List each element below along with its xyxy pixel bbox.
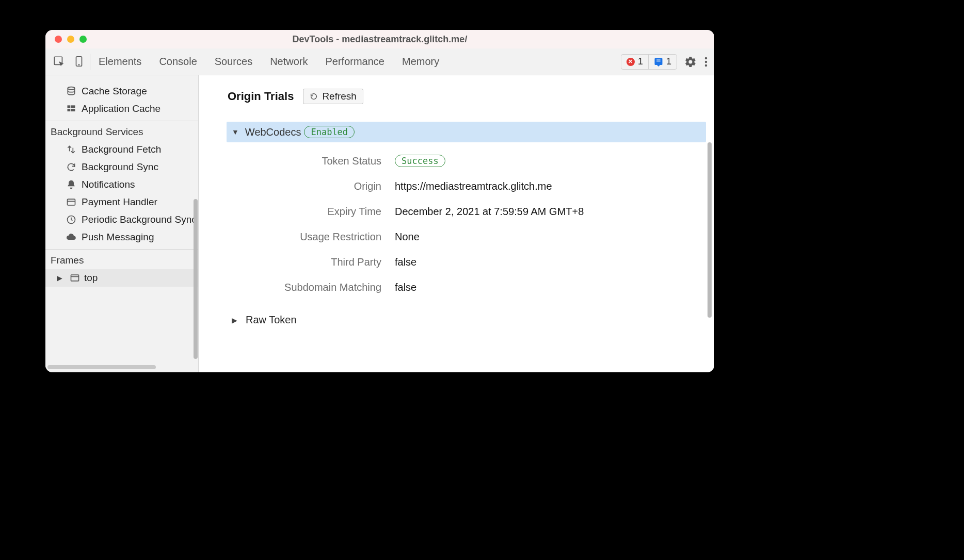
raw-token-label: Raw Token <box>246 314 297 326</box>
devtools-window: DevTools - mediastreamtrack.glitch.me/ E… <box>45 30 714 372</box>
value-token-status: Success <box>395 155 685 167</box>
svg-point-6 <box>68 87 74 90</box>
raw-token-toggle[interactable]: ▶ Raw Token <box>232 314 685 326</box>
disclosure-down-icon: ▼ <box>232 128 239 136</box>
svg-rect-7 <box>68 105 71 108</box>
label-third-party: Third Party <box>228 256 381 268</box>
label-subdomain-matching: Subdomain Matching <box>228 282 381 293</box>
grid-icon <box>66 104 76 114</box>
svg-rect-10 <box>71 109 75 111</box>
disclosure-right-icon: ▶ <box>232 316 237 324</box>
sidebar-item-label: Notifications <box>82 179 135 190</box>
errors-badge[interactable]: ✕ 1 <box>621 55 648 69</box>
issues-badge[interactable]: 1 <box>648 55 677 69</box>
refresh-icon <box>310 92 318 101</box>
disclosure-right-icon: ▶ <box>57 274 62 282</box>
inspect-element-icon[interactable] <box>53 55 66 69</box>
sidebar-item-label: Application Cache <box>82 103 160 114</box>
sidebar-item-notifications[interactable]: Notifications <box>45 176 198 193</box>
errors-count: 1 <box>638 56 643 67</box>
value-origin: https://mediastreamtrack.glitch.me <box>395 180 685 192</box>
issues-icon <box>654 57 663 67</box>
updown-arrows-icon <box>66 144 76 155</box>
issues-count: 1 <box>666 56 671 67</box>
toolbar: Elements Console Sources Network Perform… <box>45 48 714 75</box>
panel-tabs: Elements Console Sources Network Perform… <box>99 56 439 68</box>
svg-rect-8 <box>71 105 75 108</box>
device-toolbar-icon[interactable] <box>73 55 85 69</box>
svg-point-3 <box>705 57 707 59</box>
label-token-status: Token Status <box>228 155 381 167</box>
label-usage-restriction: Usage Restriction <box>228 231 381 243</box>
cloud-icon <box>66 232 76 242</box>
sidebar-item-label: Background Fetch <box>82 144 161 155</box>
svg-point-4 <box>705 60 707 62</box>
svg-rect-9 <box>68 109 71 111</box>
trial-state-pill: Enabled <box>304 126 355 138</box>
section-heading-origin-trials: Origin Trials <box>228 90 294 103</box>
titlebar: DevTools - mediastreamtrack.glitch.me/ <box>45 30 714 48</box>
refresh-label: Refresh <box>322 91 357 102</box>
body: Cache Storage Application Cache Backgrou… <box>45 75 714 372</box>
value-usage-restriction: None <box>395 231 685 243</box>
settings-icon[interactable] <box>684 56 697 68</box>
svg-rect-11 <box>68 199 75 205</box>
content-pane: Origin Trials Refresh ▼ WebCodecs Enable… <box>198 75 714 372</box>
value-third-party: false <box>395 256 685 268</box>
tab-performance[interactable]: Performance <box>326 56 385 68</box>
clock-icon <box>66 215 76 225</box>
sidebar-item-push-messaging[interactable]: Push Messaging <box>45 228 198 246</box>
content-inner: Origin Trials Refresh ▼ WebCodecs Enable… <box>199 75 714 336</box>
sidebar-item-background-sync[interactable]: Background Sync <box>45 158 198 176</box>
bell-icon <box>66 179 76 190</box>
label-expiry-time: Expiry Time <box>228 206 381 218</box>
trial-name: WebCodecs <box>245 126 301 138</box>
close-window-button[interactable] <box>55 36 62 43</box>
sidebar: Cache Storage Application Cache Backgrou… <box>45 75 198 372</box>
zoom-window-button[interactable] <box>79 36 87 43</box>
sidebar-vertical-scrollbar[interactable] <box>193 80 198 369</box>
sidebar-item-label: Background Sync <box>82 161 158 173</box>
tab-console[interactable]: Console <box>159 56 197 68</box>
more-icon[interactable] <box>704 56 708 68</box>
error-icon: ✕ <box>626 58 635 66</box>
trial-details: Token Status Success Origin https://medi… <box>228 155 685 293</box>
tab-sources[interactable]: Sources <box>215 56 252 68</box>
toolbar-inspect-group <box>50 54 90 70</box>
sidebar-tree: Cache Storage Application Cache Backgrou… <box>45 75 198 372</box>
tab-memory[interactable]: Memory <box>402 56 439 68</box>
refresh-button[interactable]: Refresh <box>303 89 363 104</box>
sidebar-item-cache-storage[interactable]: Cache Storage <box>45 83 198 100</box>
traffic-lights <box>55 36 87 43</box>
sidebar-item-label: Periodic Background Sync <box>82 214 197 225</box>
sidebar-item-background-fetch[interactable]: Background Fetch <box>45 141 198 158</box>
token-status-pill: Success <box>395 155 445 167</box>
sidebar-item-label: Cache Storage <box>82 86 147 97</box>
trial-row-webcodecs[interactable]: ▼ WebCodecs Enabled <box>227 122 706 142</box>
sidebar-item-label: top <box>84 272 98 284</box>
sidebar-item-periodic-background-sync[interactable]: Periodic Background Sync <box>45 211 198 228</box>
value-subdomain-matching: false <box>395 282 685 293</box>
sidebar-heading-frames: Frames <box>45 249 198 269</box>
toolbar-right: ✕ 1 1 <box>621 54 708 70</box>
sidebar-item-label: Payment Handler <box>82 196 157 208</box>
sidebar-item-label: Push Messaging <box>82 232 154 243</box>
sidebar-horizontal-scrollbar[interactable] <box>47 365 194 370</box>
svg-rect-14 <box>71 275 79 281</box>
label-origin: Origin <box>228 180 381 192</box>
sidebar-item-frame-top[interactable]: ▶ top <box>45 269 198 287</box>
sidebar-heading-background-services: Background Services <box>45 121 198 141</box>
frame-icon <box>70 273 80 283</box>
content-heading-row: Origin Trials Refresh <box>228 89 685 104</box>
tab-network[interactable]: Network <box>270 56 308 68</box>
sidebar-item-application-cache[interactable]: Application Cache <box>45 100 198 118</box>
sync-icon <box>66 162 76 172</box>
content-vertical-scrollbar[interactable] <box>707 80 712 359</box>
value-expiry-time: December 2, 2021 at 7:59:59 AM GMT+8 <box>395 206 685 218</box>
credit-card-icon <box>66 197 76 207</box>
sidebar-item-payment-handler[interactable]: Payment Handler <box>45 193 198 211</box>
database-icon <box>66 86 76 96</box>
window-title: DevTools - mediastreamtrack.glitch.me/ <box>45 34 714 45</box>
tab-elements[interactable]: Elements <box>99 56 141 68</box>
minimize-window-button[interactable] <box>67 36 74 43</box>
